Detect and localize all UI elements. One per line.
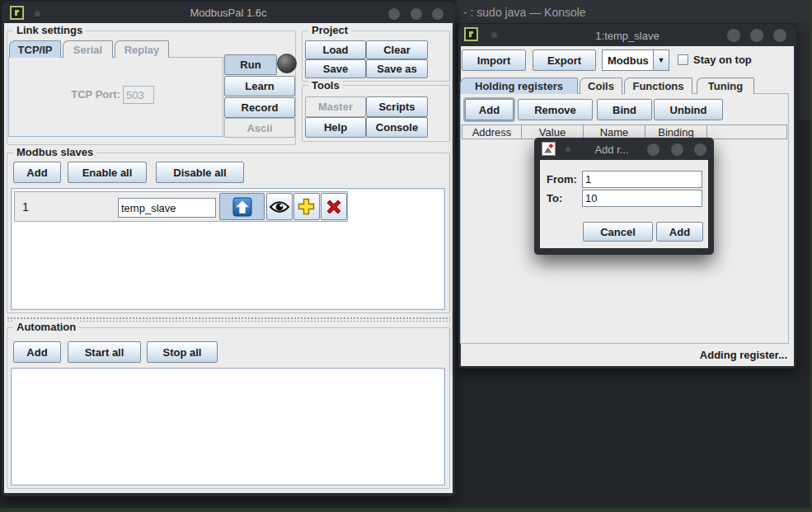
start-all-button[interactable]: Start all	[68, 341, 141, 363]
scripts-button[interactable]: Scripts	[366, 96, 428, 117]
stop-all-button[interactable]: Stop all	[147, 341, 218, 363]
save-button[interactable]: Save	[305, 59, 366, 78]
automation-add-button[interactable]: Add	[13, 341, 61, 363]
dialog-add-button[interactable]: Add	[656, 222, 703, 242]
up-arrow-icon	[232, 197, 252, 217]
master-button[interactable]: Master	[305, 96, 366, 117]
from-field[interactable]	[582, 171, 702, 188]
column-header-address[interactable]: Address	[462, 124, 522, 139]
load-button[interactable]: Load	[305, 40, 366, 59]
modbus-combo-value[interactable]: Modbus	[602, 49, 654, 71]
delete-x-icon	[325, 198, 343, 216]
run-led-indicator	[277, 54, 297, 73]
chevron-down-icon: ▼	[658, 56, 665, 64]
dialog-minimize-button[interactable]	[647, 143, 659, 156]
column-header-filler	[706, 124, 787, 139]
slave-view-button[interactable]	[266, 193, 293, 220]
dialog-maximize-button[interactable]	[671, 143, 683, 156]
slave-add-button[interactable]: Add	[13, 162, 61, 183]
record-button[interactable]: Record	[224, 97, 295, 118]
slave-add-register-button[interactable]	[293, 193, 320, 220]
save-as-button[interactable]: Save as	[366, 59, 428, 78]
modbuspal-maximize-button[interactable]	[411, 8, 422, 20]
plus-icon	[297, 197, 317, 217]
tcp-port-field[interactable]	[123, 86, 154, 104]
konsole-titlebar[interactable]: - : sudo java — Konsole	[455, 0, 812, 23]
dialog-close-button[interactable]	[694, 143, 706, 156]
dialog-title: Add r...	[575, 143, 648, 156]
slave-minimize-button[interactable]	[727, 29, 740, 42]
automation-label: Automation	[13, 321, 79, 333]
slave-window-icon[interactable]	[464, 27, 478, 45]
enable-all-button[interactable]: Enable all	[68, 162, 147, 183]
tab-functions[interactable]: Functions	[624, 78, 692, 94]
tab-tuning[interactable]: Tuning	[697, 78, 754, 94]
tab-replay[interactable]: Replay	[115, 40, 169, 58]
disable-all-button[interactable]: Disable all	[156, 162, 244, 183]
slave-close-button[interactable]	[773, 29, 786, 42]
stay-on-top-label: Stay on top	[693, 54, 752, 66]
from-label: From:	[547, 173, 577, 186]
modbuspal-window-title: ModbusPal 1.6c	[84, 7, 373, 19]
tab-holding-registers[interactable]: Holding registers	[460, 78, 578, 94]
clear-button[interactable]: Clear	[366, 40, 428, 59]
modbuspal-window-icon[interactable]	[10, 6, 24, 23]
dialog-icon	[542, 142, 556, 159]
register-remove-button[interactable]: Remove	[518, 99, 593, 120]
modbuspal-minimize-button[interactable]	[388, 8, 400, 20]
modbuspal-titlebar-dot[interactable]	[35, 11, 40, 16]
slave-titlebar-dot[interactable]	[491, 32, 497, 38]
background-window-bottom-edge	[0, 508, 812, 512]
learn-button[interactable]: Learn	[224, 76, 295, 96]
slave-maximize-button[interactable]	[750, 29, 763, 42]
tab-coils[interactable]: Coils	[580, 78, 622, 94]
console-button[interactable]: Console	[366, 117, 428, 138]
eye-icon	[269, 200, 290, 214]
slave-name-field[interactable]	[118, 198, 216, 218]
automation-list-panel	[11, 368, 445, 486]
konsole-title: - : sudo java — Konsole	[463, 6, 586, 19]
slave-delete-button[interactable]	[321, 193, 347, 220]
link-settings-label: Link settings	[13, 24, 86, 36]
tools-label: Tools	[308, 79, 343, 92]
ascii-button[interactable]: Ascii	[224, 118, 295, 138]
to-label: To:	[547, 192, 562, 204]
dialog-titlebar-dot[interactable]	[566, 147, 570, 152]
dialog-cancel-button[interactable]: Cancel	[583, 222, 653, 242]
slave-window-title: 1:temp_slave	[528, 30, 726, 42]
tcp-port-label: TCP Port:	[48, 88, 120, 101]
run-button[interactable]: Run	[224, 54, 277, 75]
to-field[interactable]	[582, 190, 702, 207]
status-message: Adding register...	[577, 349, 787, 361]
stay-on-top-checkbox[interactable]	[678, 54, 688, 65]
modbus-slaves-label: Modbus slaves	[13, 146, 96, 158]
help-button[interactable]: Help	[305, 117, 366, 138]
desktop: - : sudo java — Konsole ModbusPal 1.6c L…	[0, 0, 812, 512]
modbus-combo-arrow[interactable]: ▼	[654, 49, 669, 71]
register-add-button[interactable]: Add	[465, 99, 514, 120]
slave-id: 1	[22, 200, 29, 214]
slave-enable-toggle-button[interactable]	[219, 193, 265, 220]
register-bind-button[interactable]: Bind	[597, 99, 652, 120]
tab-serial[interactable]: Serial	[63, 40, 113, 58]
modbuspal-close-button[interactable]	[432, 8, 444, 20]
import-button[interactable]: Import	[462, 49, 526, 71]
project-label: Project	[308, 24, 351, 36]
register-unbind-button[interactable]: Unbind	[654, 99, 723, 120]
export-button[interactable]: Export	[533, 49, 596, 71]
tab-tcpip[interactable]: TCP/IP	[9, 40, 61, 58]
